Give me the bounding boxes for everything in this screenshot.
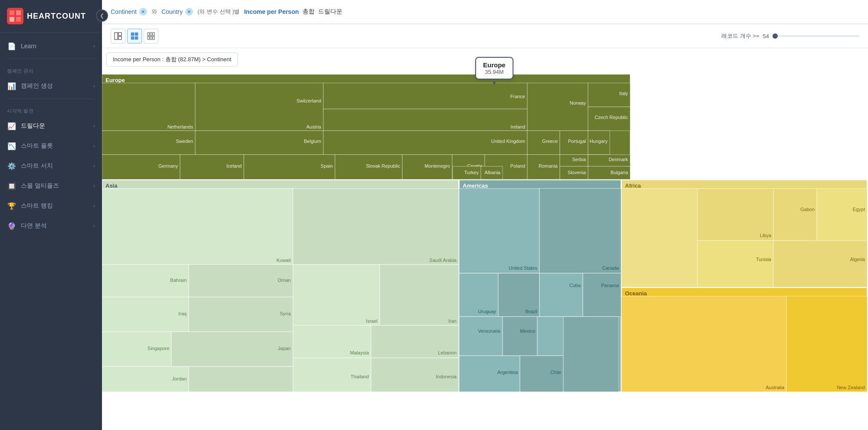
svg-text:Spain: Spain (321, 163, 333, 169)
svg-text:Ireland: Ireland (510, 124, 525, 129)
svg-text:Switzerland: Switzerland (296, 98, 321, 103)
record-count-value: 54 (763, 33, 769, 40)
svg-text:Czech Republic: Czech Republic (595, 115, 628, 120)
sidebar-item-learn[interactable]: 📄 Learn › (0, 36, 102, 56)
svg-text:Belgium: Belgium (304, 139, 321, 144)
small-multiples-arrow-icon: › (93, 183, 95, 189)
slider-thumb (773, 33, 778, 39)
continent-remove-button[interactable]: ✕ (139, 8, 147, 16)
svg-rect-17 (153, 36, 155, 40)
svg-text:Turkey: Turkey (464, 170, 479, 175)
svg-text:Romania: Romania (539, 163, 558, 169)
svg-text:Poland: Poland (510, 163, 525, 169)
svg-rect-75 (102, 189, 293, 265)
section-label-visual: 시각적 발견 (0, 102, 102, 116)
svg-text:Jordan: Jordan (172, 376, 187, 381)
smart-search-icon: ⚙️ (7, 161, 16, 171)
learn-icon: 📄 (7, 41, 16, 51)
svg-text:Hungary: Hungary (589, 139, 608, 144)
svg-text:Oman: Oman (278, 278, 291, 283)
drilldown-action[interactable]: 드릴다운 (318, 8, 342, 16)
svg-rect-77 (293, 189, 459, 265)
svg-rect-3 (10, 17, 14, 22)
record-count-label: 레코드 개수 >= (721, 32, 759, 40)
sidebar-item-smart-search[interactable]: ⚙️ 스마트 서치 › (0, 156, 102, 176)
svg-rect-23 (323, 83, 527, 109)
svg-text:Saudi Arabia: Saudi Arabia (430, 258, 457, 263)
toolbar: 레코드 개수 >= 54 (102, 24, 868, 48)
main-content: Continent ✕ 와 Country ✕ (와 변수 선택 )별 Inco… (102, 0, 868, 430)
svg-text:Iraq: Iraq (178, 311, 187, 316)
smart-search-arrow-icon: › (93, 163, 95, 169)
svg-text:Panama: Panama (601, 283, 619, 288)
sidebar-collapse-button[interactable]: ❮ (96, 10, 108, 22)
smart-ranking-arrow-icon: › (93, 203, 95, 208)
svg-rect-9 (135, 33, 138, 36)
svg-text:Chile: Chile (550, 370, 561, 375)
view-grid1-button[interactable] (111, 29, 125, 43)
svg-text:Canada: Canada (602, 265, 619, 271)
chart-breadcrumb: Income per Person : 총합 (82.87M) > Contin… (106, 53, 238, 66)
sep-wa2: (와 변수 선택 )별 (197, 8, 241, 16)
tooltip-title: Europe (483, 61, 506, 69)
svg-rect-93 (189, 265, 293, 297)
svg-text:Italy: Italy (619, 91, 628, 96)
svg-rect-7 (118, 36, 122, 40)
sidebar-item-campaign-create[interactable]: 📊 캠페인 생성 › (0, 76, 102, 96)
sidebar-item-multi-analysis[interactable]: 🔮 다면 분석 › (0, 216, 102, 236)
svg-rect-18 (102, 83, 195, 131)
country-remove-button[interactable]: ✕ (185, 8, 193, 16)
svg-rect-114 (539, 273, 583, 317)
svg-text:Israel: Israel (366, 318, 378, 324)
svg-text:Uruguay: Uruguay (478, 309, 496, 314)
small-multiples-icon: 🔲 (7, 181, 16, 191)
svg-rect-128 (563, 317, 619, 392)
svg-rect-0 (7, 8, 23, 24)
svg-text:Malaysia: Malaysia (350, 350, 369, 355)
svg-text:Syria: Syria (280, 311, 291, 316)
svg-rect-108 (539, 189, 621, 273)
svg-text:Algeria: Algeria (850, 257, 865, 262)
europe-label: Europe (105, 77, 125, 83)
grid2-icon (131, 32, 138, 40)
view-grid3-button[interactable] (144, 29, 158, 43)
learn-arrow-icon: › (93, 43, 95, 49)
income-label: Income per Person (244, 8, 299, 15)
svg-rect-81 (380, 265, 459, 325)
view-grid2-button[interactable] (127, 29, 142, 43)
svg-text:Albania: Albania (484, 170, 501, 175)
svg-rect-136 (817, 189, 867, 241)
svg-text:Indonesia: Indonesia (436, 374, 457, 379)
campaign-icon: 📊 (7, 81, 16, 91)
svg-text:Sweden: Sweden (176, 139, 193, 144)
svg-text:Slovenia: Slovenia (568, 170, 586, 175)
americas-label: Americas (463, 182, 488, 189)
sidebar: HEARTCOUNT ❮ 📄 Learn › 캠페인 관리 📊 캠페인 생성 ›… (0, 0, 102, 430)
svg-rect-6 (118, 33, 122, 36)
svg-rect-27 (527, 83, 588, 131)
svg-text:Tunisia: Tunisia (756, 257, 772, 262)
svg-text:Argentina: Argentina (497, 370, 518, 375)
sidebar-item-drilldown[interactable]: 📈 드릴다운 › (0, 116, 102, 136)
svg-rect-129 (621, 189, 697, 287)
oceania-label: Oceania (625, 290, 647, 297)
svg-rect-12 (148, 33, 149, 36)
svg-text:Mexico: Mexico (520, 328, 535, 334)
svg-rect-13 (150, 33, 152, 36)
record-count-slider[interactable] (773, 35, 859, 37)
svg-text:New Zealand: New Zealand (837, 385, 865, 390)
svg-rect-20 (195, 83, 323, 131)
svg-text:Japan: Japan (278, 346, 291, 351)
svg-text:Lebanon: Lebanon (438, 350, 457, 355)
svg-text:Norway: Norway (570, 100, 586, 106)
sidebar-item-smart-plot[interactable]: 📉 스마트 플롯 › (0, 136, 102, 156)
chart-area: Income per Person : 총합 (82.87M) > Contin… (102, 48, 868, 430)
sidebar-item-smart-ranking[interactable]: 🏆 스마트 랭킹 › (0, 196, 102, 216)
svg-text:Kuwait: Kuwait (276, 258, 291, 263)
sidebar-item-small-multiples[interactable]: 🔲 스몰 멀티플즈 › (0, 176, 102, 196)
svg-text:Iceland: Iceland (227, 163, 242, 169)
total-action[interactable]: 총합 (302, 8, 315, 16)
svg-text:Iran: Iran (448, 318, 457, 324)
svg-rect-25 (323, 109, 527, 131)
multi-analysis-arrow-icon: › (93, 223, 95, 228)
